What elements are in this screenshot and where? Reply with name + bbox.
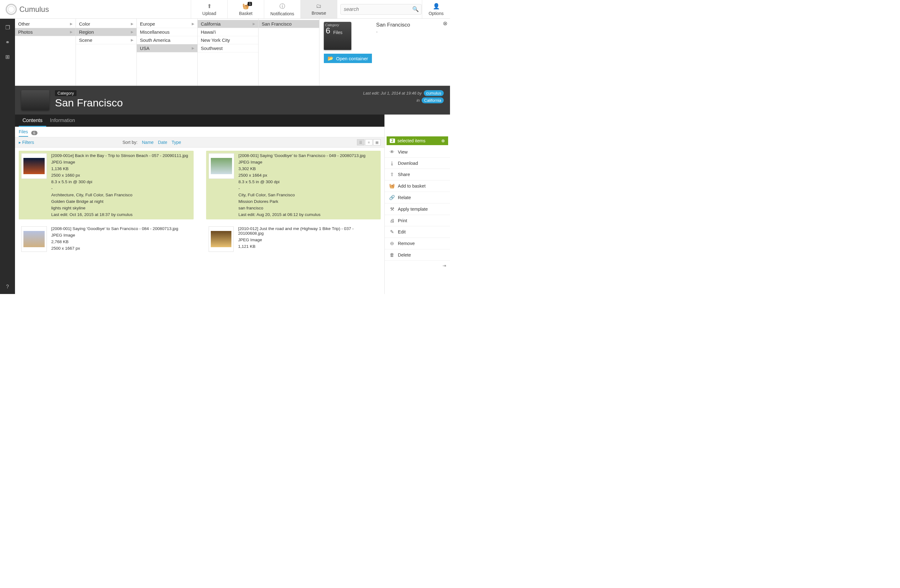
file-last-edit: Last edit: Oct 16, 2015 at 18:37 by cumu… <box>51 212 188 217</box>
pencil-icon: ✎ <box>389 229 395 235</box>
column-item[interactable]: South America <box>137 36 197 44</box>
column-item[interactable]: Europe▶ <box>137 20 197 28</box>
grid-icon[interactable]: ⊞ <box>5 54 10 60</box>
folder-card-files-label: Files <box>333 30 343 35</box>
column-item-label: California <box>201 21 220 26</box>
tab-upload[interactable]: ⬆ Upload <box>191 0 227 19</box>
file-dash: - <box>51 186 188 191</box>
column-item[interactable]: Other▶ <box>15 20 76 28</box>
chevron-right-icon: ▶ <box>70 30 73 34</box>
column-item[interactable]: Photos▶ <box>15 28 76 36</box>
view-list-detail-icon[interactable]: ☰ <box>357 139 365 145</box>
action-delete[interactable]: 🗑Delete <box>385 249 450 261</box>
basket-add-icon: 🧺 <box>389 183 395 189</box>
left-sidebar: ❐ ⚭ ⊞ ? <box>0 19 15 294</box>
open-container-button[interactable]: 📂 Open container <box>324 54 372 63</box>
files-count-badge: 6 <box>31 131 37 135</box>
people-icon[interactable]: ⚭ <box>5 39 10 46</box>
file-card[interactable]: [2010-012] Just the road and me (Highway… <box>206 224 381 254</box>
action-template-label: Apply template <box>398 207 428 212</box>
action-download[interactable]: ⭳Download <box>385 158 450 169</box>
file-tags: Architecture, City, Full Color, San Fran… <box>51 193 188 197</box>
cards-icon[interactable]: ❐ <box>5 24 10 31</box>
column-3: California▶Hawai'iNew York CitySouthwest <box>198 19 259 85</box>
tab-browse[interactable]: 🗂 Browse <box>300 0 337 19</box>
column-item[interactable]: Southwest <box>198 44 258 53</box>
help-icon[interactable]: ? <box>6 284 9 289</box>
action-print[interactable]: 🖨Print <box>385 215 450 226</box>
options-menu[interactable]: 👤 Options <box>422 0 450 19</box>
view-toggles: ☰ ≡ ▦ <box>357 139 381 145</box>
view-list-icon[interactable]: ≡ <box>365 139 372 145</box>
print-icon: 🖨 <box>389 218 395 223</box>
content-area: Contents Information Files 6 ▸ Filters S… <box>15 115 385 294</box>
action-view[interactable]: 👁View <box>385 146 450 158</box>
action-apply-template[interactable]: ⚒Apply template <box>385 203 450 215</box>
file-meta: [2009-001e] Back in the Bay - Trip to St… <box>51 153 188 217</box>
eye-icon: 👁 <box>389 149 395 155</box>
tab-upload-label: Upload <box>202 11 216 16</box>
file-dimensions-px: 2500 x 1667 px <box>51 246 178 251</box>
download-icon: ⭳ <box>389 161 395 166</box>
file-meta: [2008-001] Saying 'Goodbye' to San Franc… <box>239 153 366 217</box>
search-input[interactable] <box>340 4 422 15</box>
column-item[interactable]: Miscellaneous <box>137 28 197 36</box>
options-label: Options <box>428 11 444 16</box>
column-item[interactable]: Hawai'i <box>198 28 258 36</box>
category-header: Category San Francisco Last edit: Jul 1,… <box>15 86 450 115</box>
column-4: San Francisco <box>259 19 320 85</box>
file-card[interactable]: [2009-001e] Back in the Bay - Trip to St… <box>19 151 194 220</box>
file-card[interactable]: [2008-001] Saying 'Goodbye' to San Franc… <box>206 151 381 220</box>
file-name: [2008-001] Saying 'Goodbye' to San Franc… <box>239 153 366 158</box>
clear-selection-icon[interactable]: ⊗ <box>441 138 445 143</box>
filters-toggle[interactable]: ▸ Filters <box>19 140 34 145</box>
tab-information[interactable]: Information <box>46 115 79 127</box>
content-tabs: Contents Information <box>15 115 385 127</box>
column-item-label: Southwest <box>201 46 223 51</box>
tab-basket[interactable]: 1 🧺 Basket <box>227 0 264 19</box>
sort-date[interactable]: Date <box>158 140 168 145</box>
column-item[interactable]: USA▶ <box>137 44 197 53</box>
search-icon[interactable]: 🔍 <box>412 6 419 12</box>
column-item-label: New York City <box>201 37 230 43</box>
close-icon[interactable]: ⊗ <box>443 20 447 27</box>
file-card[interactable]: [2008-001] Saying 'Goodbye' to San Franc… <box>19 224 194 254</box>
action-edit[interactable]: ✎Edit <box>385 226 450 238</box>
top-tabs: ⬆ Upload 1 🧺 Basket ⓘ Notifications 🗂 Br… <box>191 0 337 19</box>
actions-panel: 2 selected items ⊗ 👁View ⭳Download ⇧Shar… <box>385 115 450 294</box>
action-add-basket[interactable]: 🧺Add to basket <box>385 180 450 192</box>
basket-badge: 1 <box>248 2 252 6</box>
filter-row: ▸ Filters Sort by: Name Date Type ☰ ≡ ▦ <box>15 137 385 148</box>
column-item[interactable]: Scene▶ <box>76 36 137 44</box>
file-size: 1,136 KB <box>51 166 188 171</box>
chevron-right-icon: ▶ <box>131 38 133 42</box>
file-dimensions-in: 8.3 x 5.5 in @ 300 dpi <box>51 179 188 184</box>
column-item[interactable]: Color▶ <box>76 20 137 28</box>
sort-name[interactable]: Name <box>142 140 153 145</box>
action-delete-label: Delete <box>398 252 411 257</box>
open-container-label: Open container <box>336 56 368 61</box>
action-relate[interactable]: 🔗Relate <box>385 192 450 203</box>
column-item[interactable]: California▶ <box>198 20 258 28</box>
folder-icon: 🗂 <box>316 3 322 9</box>
parent-pill[interactable]: California <box>422 97 444 103</box>
open-folder-icon: 📂 <box>327 56 334 61</box>
column-item[interactable]: San Francisco <box>259 20 319 28</box>
subtab-files[interactable]: Files <box>19 129 28 137</box>
column-item[interactable]: Region▶ <box>76 28 137 36</box>
column-item[interactable]: New York City <box>198 36 258 44</box>
tab-notifications[interactable]: ⓘ Notifications <box>264 0 300 19</box>
subtabs: Files 6 <box>15 127 385 137</box>
view-grid-icon[interactable]: ▦ <box>373 139 381 145</box>
action-share[interactable]: ⇧Share <box>385 169 450 180</box>
in-label: in <box>417 98 420 103</box>
tab-contents[interactable]: Contents <box>19 115 46 127</box>
sort-type[interactable]: Type <box>171 140 181 145</box>
action-remove[interactable]: ⊖Remove <box>385 238 450 249</box>
tab-basket-label: Basket <box>239 11 253 16</box>
last-edit-user[interactable]: cumulus <box>424 90 444 96</box>
file-name: [2008-001] Saying 'Goodbye' to San Franc… <box>51 226 178 231</box>
collapse-panel-icon[interactable]: ⇥ <box>385 261 450 271</box>
search-box: 🔍 <box>337 0 422 19</box>
folder-card-count: 6 <box>326 26 330 36</box>
